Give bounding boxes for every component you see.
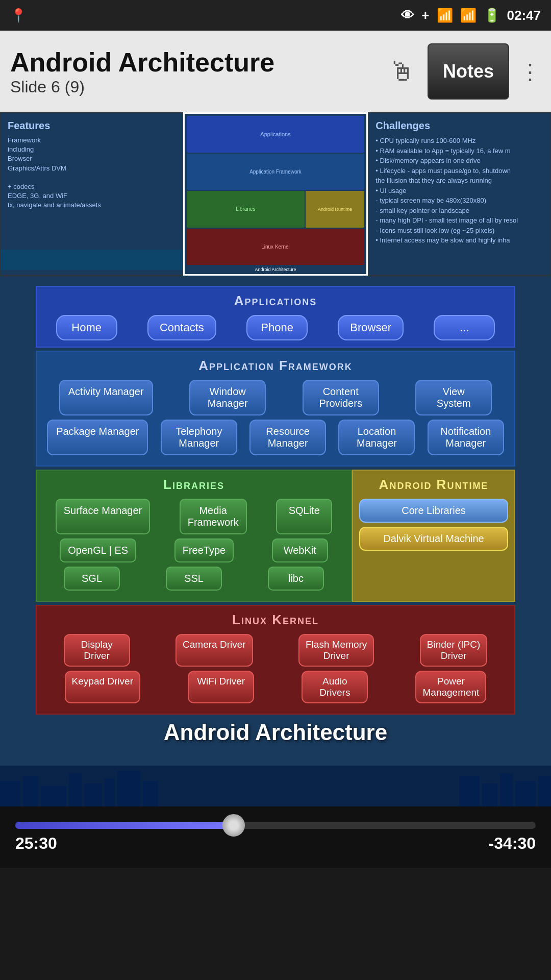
thumbnail-1[interactable]: Features FrameworkincludingBrowserGraphi… [0, 112, 183, 276]
thumb-1-title: Features [8, 120, 50, 132]
signal-icon: 📶 [460, 8, 477, 23]
app-btn-home[interactable]: Home [56, 315, 117, 340]
svg-rect-5 [105, 778, 115, 806]
btn-sqlite[interactable]: SQLite [276, 499, 332, 534]
thumbnail-3[interactable]: Challenges • CPU typically runs 100-600 … [368, 112, 551, 276]
app-btn-more[interactable]: ... [434, 315, 495, 340]
slide-indicator: Slide 6 (9) [10, 78, 85, 96]
thumb-2-content: Applications Application Framework Libra… [185, 114, 367, 274]
btn-resource-manager[interactable]: ResourceManager [249, 420, 326, 455]
app-btn-phone[interactable]: Phone [246, 315, 308, 340]
battery-icon: 🔋 [484, 8, 500, 23]
btn-flash-driver[interactable]: Flash MemoryDriver [298, 634, 374, 667]
thumbnail-2[interactable]: Applications Application Framework Libra… [183, 112, 368, 276]
kernel-row-1: DisplayDriver Camera Driver Flash Memory… [43, 634, 508, 667]
app-btn-contacts[interactable]: Contacts [147, 315, 216, 340]
progress-fill [15, 822, 234, 829]
thumb-2-diagram: Applications Application Framework Libra… [185, 114, 367, 274]
libraries-layer: Libraries Surface Manager MediaFramework… [36, 470, 352, 602]
svg-rect-4 [84, 783, 102, 806]
status-left: 📍 [10, 8, 27, 23]
thumb-1-cityscape [1, 250, 183, 270]
lib-row-1: Surface Manager MediaFramework SQLite [43, 499, 345, 534]
btn-opengl[interactable]: OpenGL | ES [60, 538, 136, 562]
progress-thumb[interactable] [222, 814, 245, 837]
thumb-kernel: Linux Kernel [187, 229, 365, 265]
btn-telephony-manager[interactable]: TelephonyManager [161, 420, 237, 455]
seek-bar: 25:30 -34:30 [0, 806, 551, 868]
kernel-layer: Linux Kernel DisplayDriver Camera Driver… [36, 605, 515, 715]
btn-core-libraries[interactable]: Core Libraries [359, 499, 508, 523]
btn-activity-manager[interactable]: Activity Manager [59, 380, 153, 415]
btn-libc[interactable]: libc [268, 567, 324, 591]
svg-rect-9 [482, 783, 497, 806]
applications-title: Applications [43, 293, 508, 309]
btn-camera-driver[interactable]: Camera Driver [176, 634, 253, 667]
btn-keypad-driver[interactable]: Keypad Driver [65, 671, 140, 703]
location-icon: 📍 [10, 8, 27, 23]
svg-rect-10 [500, 773, 513, 806]
framework-title: Application Framework [43, 358, 508, 374]
framework-row-1: Activity Manager WindowManager ContentPr… [43, 380, 508, 415]
cityscape-svg [0, 766, 551, 806]
thumb-apps: Applications [187, 116, 365, 153]
kernel-row-2: Keypad Driver WiFi Driver AudioDrivers P… [43, 671, 508, 703]
time-labels: 25:30 -34:30 [15, 834, 536, 853]
svg-rect-6 [117, 771, 140, 806]
mouse-icon: 🖱 [387, 54, 417, 89]
status-bar: 📍 👁 + 📶 📶 🔋 02:47 [0, 0, 551, 31]
btn-surface-manager[interactable]: Surface Manager [56, 499, 150, 534]
btn-content-providers[interactable]: ContentProviders [303, 380, 379, 415]
btn-wifi-driver[interactable]: WiFi Driver [188, 671, 254, 703]
notes-button[interactable]: Notes [428, 43, 509, 100]
remaining-time: -34:30 [489, 834, 536, 853]
btn-freetype[interactable]: FreeType [174, 538, 234, 562]
svg-rect-8 [459, 776, 480, 806]
applications-layer: Applications Home Contacts Phone Browser… [36, 286, 515, 348]
svg-rect-3 [69, 773, 82, 806]
thumbnail-strip: Features FrameworkincludingBrowserGraphi… [0, 112, 551, 276]
more-options-icon[interactable]: ⋮ [519, 59, 541, 84]
main-slide: Applications Home Contacts Phone Browser… [0, 276, 551, 806]
header-actions: 🖱 Notes ⋮ [387, 43, 541, 100]
runtime-title: Android Runtime [359, 477, 508, 493]
btn-sgl[interactable]: SGL [64, 567, 120, 591]
wifi-icon: 📶 [437, 8, 453, 23]
btn-view-system[interactable]: ViewSystem [415, 380, 492, 415]
clock: 02:47 [507, 8, 541, 23]
svg-rect-2 [41, 786, 66, 806]
btn-display-driver[interactable]: DisplayDriver [64, 634, 130, 667]
framework-row-2: Package Manager TelephonyManager Resourc… [43, 420, 508, 455]
btn-audio-drivers[interactable]: AudioDrivers [302, 671, 368, 703]
progress-track[interactable] [15, 822, 536, 829]
cityscape-decoration [0, 766, 551, 806]
btn-window-manager[interactable]: WindowManager [189, 380, 266, 415]
framework-layer: Application Framework Activity Manager W… [36, 351, 515, 467]
btn-media-framework[interactable]: MediaFramework [180, 499, 247, 534]
libraries-title: Libraries [43, 477, 345, 493]
btn-power-management[interactable]: PowerManagement [415, 671, 486, 703]
btn-webkit[interactable]: WebKit [272, 538, 328, 562]
svg-rect-7 [143, 781, 158, 806]
thumb-3-text: • CPU typically runs 100-600 MHz • RAM a… [375, 136, 518, 246]
btn-location-manager[interactable]: LocationManager [338, 420, 415, 455]
thumb-1-content: Features FrameworkincludingBrowserGraphi… [1, 113, 183, 275]
slide-title: Android Architecture [164, 720, 387, 745]
thumb-3-content: Challenges • CPU typically runs 100-600 … [368, 113, 550, 275]
lib-row-3: SGL SSL libc [43, 567, 345, 591]
kernel-title: Linux Kernel [43, 612, 508, 628]
btn-dalvik-vm[interactable]: Dalvik Virtual Machine [359, 527, 508, 551]
presentation-title: Android Architecture [10, 47, 274, 78]
thumb-3-title: Challenges [375, 120, 430, 132]
svg-rect-1 [23, 776, 38, 806]
middle-layer: Libraries Surface Manager MediaFramework… [36, 470, 515, 602]
runtime-layer: Android Runtime Core Libraries Dalvik Vi… [352, 470, 515, 602]
btn-binder-driver[interactable]: Binder (IPC)Driver [420, 634, 488, 667]
bluetooth-icon: + [421, 8, 429, 23]
btn-notification-manager[interactable]: NotificationManager [428, 420, 504, 455]
btn-package-manager[interactable]: Package Manager [47, 420, 148, 455]
applications-buttons: Home Contacts Phone Browser ... [43, 315, 508, 340]
thumb-runtime: Android Runtime [306, 191, 365, 228]
app-btn-browser[interactable]: Browser [338, 315, 404, 340]
btn-ssl[interactable]: SSL [166, 567, 222, 591]
